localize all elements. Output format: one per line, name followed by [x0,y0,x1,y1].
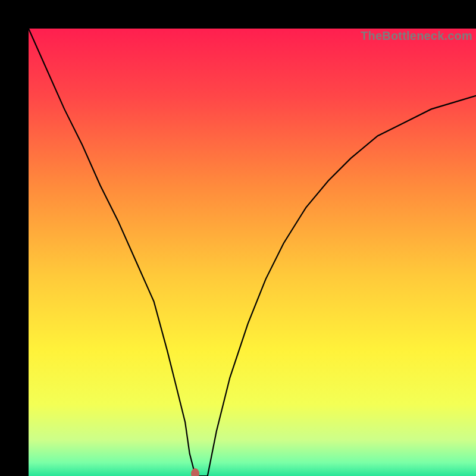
bottleneck-curve [29,29,476,476]
plot-area: TheBottleneck.com [29,29,476,476]
optimal-point-marker [191,468,199,476]
chart-frame: TheBottleneck.com [0,0,476,476]
